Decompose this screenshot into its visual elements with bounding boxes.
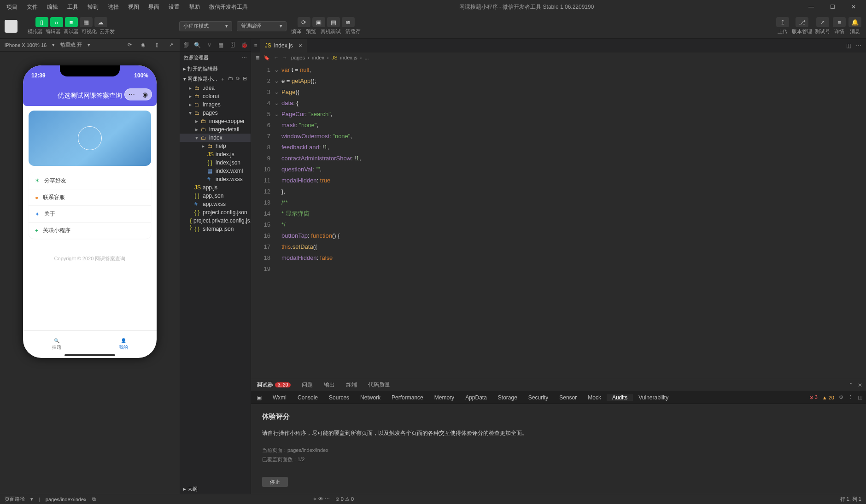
split-editor-icon[interactable]: ◫ [846, 42, 851, 49]
code-line[interactable]: questionVal: "", [281, 164, 866, 175]
panel-up-icon[interactable]: ⌃ [848, 382, 853, 388]
copy-path-icon[interactable]: ⧉ [92, 496, 96, 502]
refresh-icon[interactable]: ⟳ [125, 41, 134, 49]
code-line[interactable]: modalHidden: false [281, 252, 866, 264]
inspect-icon[interactable]: ▣ [251, 394, 267, 401]
close-button[interactable]: ✕ [843, 0, 864, 14]
bookmark-icon[interactable]: 🔖 [263, 55, 270, 61]
subtab-vulnerability[interactable]: Vulnerability [633, 394, 674, 401]
code-line[interactable]: this.setData({ [281, 241, 866, 252]
close-tab-icon[interactable]: × [296, 42, 302, 49]
devtab-debugger[interactable]: 调试器3, 20 [251, 379, 296, 391]
devtab-quality[interactable]: 代码质量 [363, 379, 396, 391]
device-select[interactable]: iPhone X 100% 16 [5, 42, 47, 48]
screenshot-icon[interactable]: ▯ [153, 41, 161, 49]
tree-node[interactable]: { }index.json [180, 158, 251, 167]
tree-node[interactable]: { }project.config.json [180, 208, 251, 217]
code-line[interactable]: buttonTap: function() { [281, 230, 866, 241]
clear-cache-button[interactable]: ≋ [342, 17, 355, 27]
upload-button[interactable]: ↥ [776, 17, 789, 27]
subtab-audits[interactable]: Audits [607, 394, 633, 401]
footer-status-icons[interactable]: ✧ 👁 ⋯ [313, 496, 330, 502]
subtab-appdata[interactable]: AppData [460, 394, 492, 401]
subtab-mock[interactable]: Mock [582, 394, 607, 401]
devtab-output[interactable]: 输出 [318, 379, 340, 391]
toggle-sidebar-icon[interactable]: ≣ [256, 55, 260, 61]
subtab-network[interactable]: Network [355, 394, 386, 401]
visual-icon[interactable]: ▦ [80, 17, 93, 27]
subtab-sources[interactable]: Sources [323, 394, 355, 401]
menu-转到[interactable]: 转到 [83, 0, 103, 14]
subtab-security[interactable]: Security [523, 394, 554, 401]
subtab-sensor[interactable]: Sensor [554, 394, 582, 401]
code-line[interactable]: mask: "none", [281, 120, 866, 131]
menu-界面[interactable]: 界面 [144, 0, 164, 14]
breadcrumb[interactable]: pages› index› JSindex.js› ... [291, 55, 369, 60]
compile-select[interactable]: 普通编译▾ [237, 21, 287, 31]
menu-项目[interactable]: 项目 [2, 0, 22, 14]
menu-设置[interactable]: 设置 [164, 0, 184, 14]
tree-node[interactable]: ▸🗀image-detail [180, 125, 251, 134]
menu-帮助[interactable]: 帮助 [184, 0, 205, 14]
code-line[interactable]: e = getApp(); [281, 76, 866, 87]
simulator-icon[interactable]: ▯ [35, 17, 48, 27]
tree-node[interactable]: ▸🗀colorui [180, 92, 251, 100]
tree-node[interactable]: #app.wxss [180, 200, 251, 208]
tree-node[interactable]: ▸🗀image-cropper [180, 117, 251, 125]
preview-button[interactable]: ▣ [312, 17, 325, 27]
code-line[interactable]: modalHidden: true [281, 175, 866, 186]
code-line[interactable]: data: { [281, 98, 866, 109]
tree-node[interactable]: JSindex.js [180, 150, 251, 158]
page-path[interactable]: pages/index/index [46, 497, 87, 502]
maximize-button[interactable]: ☐ [822, 0, 843, 14]
cursor-position[interactable]: 行 1, 列 1 [840, 496, 861, 503]
menu-文件[interactable]: 文件 [22, 0, 42, 14]
new-file-icon[interactable]: ＋ [220, 76, 225, 82]
tree-node[interactable]: JSapp.js [180, 183, 251, 192]
code-line[interactable]: /** [281, 197, 866, 208]
db-icon[interactable]: 🗄 [229, 41, 236, 49]
back-icon[interactable]: ← [274, 55, 279, 60]
tree-node[interactable]: ▸🗀images [180, 100, 251, 109]
menu-选择[interactable]: 选择 [103, 0, 123, 14]
collapse-icon[interactable]: ⊟ [243, 76, 247, 82]
code-line[interactable]: contactAdministratorShow: !1, [281, 153, 866, 164]
tree-node[interactable]: { }app.json [180, 192, 251, 200]
subtab-memory[interactable]: Memory [429, 394, 460, 401]
error-count[interactable]: ⊗ 3 [809, 394, 818, 400]
code-line[interactable]: Page({ [281, 87, 866, 98]
code-line[interactable]: }, [281, 186, 866, 197]
settings-icon[interactable]: ⚙ [839, 394, 843, 400]
tab-history-icon[interactable]: ≡ [251, 42, 260, 49]
more-subtab-icon[interactable]: ⋮ [848, 394, 853, 400]
remote-debug-button[interactable]: ▤ [327, 17, 340, 27]
minimize-button[interactable]: — [801, 0, 822, 14]
version-button[interactable]: ⎇ [796, 17, 808, 27]
editor-more-icon[interactable]: ⋯ [856, 42, 861, 49]
stop-button[interactable]: 停止 [262, 477, 288, 487]
code-line[interactable]: */ [281, 219, 866, 230]
cloud-icon[interactable]: ☁ [94, 17, 107, 27]
subtab-console[interactable]: Console [292, 394, 323, 401]
editor-icon[interactable]: ‹› [50, 17, 63, 27]
user-avatar[interactable] [5, 20, 18, 33]
code-line[interactable]: PageCur: "search", [281, 109, 866, 120]
code-line[interactable]: var t = null, [281, 64, 866, 76]
sim-menu-item[interactable]: +关联小程序 [29, 222, 151, 239]
compile-button[interactable]: ⟳ [298, 17, 310, 27]
more-icon[interactable]: ⋯ [242, 55, 247, 61]
detail-button[interactable]: ≡ [833, 17, 846, 27]
panel-close-icon[interactable]: ✕ [858, 382, 862, 388]
capsule-close-icon[interactable]: ◉ [138, 89, 152, 100]
devtab-problems[interactable]: 问题 [296, 379, 318, 391]
hotreload-toggle[interactable]: 热重载 开 [60, 41, 82, 48]
tree-node[interactable]: ▸🗀help [180, 142, 251, 150]
new-folder-icon[interactable]: 🗀 [228, 76, 233, 82]
tree-node[interactable]: ▾🗀pages [180, 109, 251, 117]
menu-微信开发者工具[interactable]: 微信开发者工具 [205, 0, 252, 14]
test-button[interactable]: ↗ [816, 17, 829, 27]
popout-icon[interactable]: ↗ [167, 41, 175, 49]
capsule-menu-icon[interactable]: ⋯ [125, 89, 138, 100]
search-tab-icon[interactable]: 🔍 [194, 41, 201, 49]
mode-select[interactable]: 小程序模式▾ [179, 21, 232, 31]
